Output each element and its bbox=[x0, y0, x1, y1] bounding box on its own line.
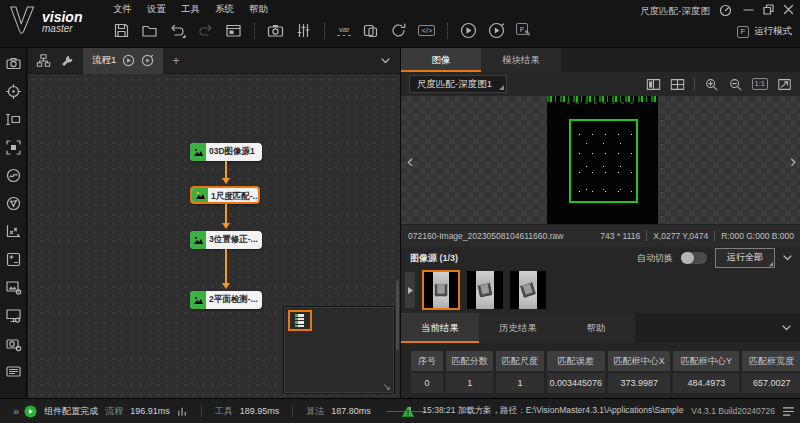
col-header-error: 匹配误差 bbox=[547, 351, 606, 371]
flow-link-arrowhead bbox=[222, 283, 230, 289]
toolbar-divider bbox=[447, 23, 448, 39]
thumbnail-expander-button[interactable] bbox=[405, 272, 415, 308]
flow-tab[interactable]: 流程1 bbox=[83, 48, 163, 74]
log-list-icon[interactable] bbox=[782, 406, 795, 417]
one-to-one-zoom-icon[interactable]: 1:1 bbox=[752, 78, 768, 90]
tab-help[interactable]: 帮助 bbox=[557, 313, 635, 343]
zoom-out-icon[interactable] bbox=[728, 77, 743, 92]
open-folder-icon[interactable] bbox=[141, 22, 158, 39]
brand-top: vision bbox=[42, 10, 82, 24]
menu-settings[interactable]: 设置 bbox=[147, 3, 166, 16]
image-source-dropdown[interactable]: 尺度匹配-深度图1 bbox=[409, 75, 507, 93]
algo-time-value: 187.80ms bbox=[331, 406, 371, 416]
tab-module-results[interactable]: 模块结果 bbox=[481, 48, 561, 72]
stats-icon[interactable] bbox=[177, 406, 188, 417]
deep-learning-icon[interactable] bbox=[5, 167, 22, 184]
redo-icon[interactable] bbox=[197, 22, 214, 39]
calculator-icon[interactable] bbox=[5, 251, 22, 268]
minimap-node bbox=[295, 321, 304, 324]
depth-image bbox=[547, 96, 658, 224]
split-two-view-icon[interactable] bbox=[646, 77, 661, 92]
cell-error: 0.003445076 bbox=[547, 373, 606, 393]
alignment-icon[interactable] bbox=[5, 223, 22, 240]
menu-system[interactable]: 系统 bbox=[215, 3, 234, 16]
prev-image-chevron-icon[interactable]: ‹ bbox=[407, 151, 413, 170]
gauge-icon[interactable] bbox=[719, 4, 732, 17]
flow-hierarchy-icon[interactable] bbox=[36, 53, 51, 68]
table-row[interactable]: 0 1 1 0.003445076 373.9987 484.4973 657.… bbox=[411, 373, 800, 393]
image-dimensions: 743 * 1116 bbox=[600, 231, 640, 241]
image-processing-icon[interactable] bbox=[5, 279, 22, 296]
run-continuous-icon[interactable] bbox=[488, 22, 505, 39]
flow-minimap[interactable]: ↘ bbox=[283, 306, 395, 394]
flow-scrollbar[interactable] bbox=[396, 280, 399, 350]
menu-tools[interactable]: 工具 bbox=[181, 3, 200, 16]
sidebar-collapse-icon[interactable]: » bbox=[13, 405, 17, 417]
node-plane-detect[interactable]: 2平面检测-... bbox=[190, 291, 262, 309]
source-collapse-chevron-icon[interactable] bbox=[783, 255, 792, 261]
node-image-source[interactable]: 03D图像源1 bbox=[190, 143, 262, 161]
minimize-button[interactable] bbox=[743, 4, 754, 15]
flow-panel: 流程1 + 03D图像源1 1尺度匹配-... 3位置修正-... 2平面检测-… bbox=[28, 48, 400, 398]
flow-run-loop-icon[interactable] bbox=[141, 54, 154, 67]
variables-icon[interactable]: var bbox=[337, 25, 351, 36]
tab-current-result[interactable]: 当前结果 bbox=[401, 313, 479, 343]
thumbnail-2[interactable] bbox=[467, 271, 503, 309]
flow-run-once-icon[interactable] bbox=[122, 54, 135, 67]
run-mode-label: 运行模式 bbox=[754, 25, 792, 38]
run-all-button[interactable]: 运行全部 bbox=[715, 248, 775, 268]
edit-scheme-icon[interactable]: F✎ bbox=[516, 23, 531, 38]
result-collapse-chevron-icon[interactable] bbox=[782, 325, 791, 331]
thumbnail-1[interactable] bbox=[422, 270, 460, 310]
image-source-dropdown-value: 尺度匹配-深度图1 bbox=[417, 78, 492, 91]
sync-icon[interactable] bbox=[390, 22, 407, 39]
node-position-fix[interactable]: 3位置修正-... bbox=[190, 231, 262, 249]
io-panel-icon[interactable] bbox=[5, 363, 22, 380]
title-bar: vision master 文件 设置 工具 系统 帮助 尺度匹配-深度图 va… bbox=[0, 0, 800, 48]
capture-settings-icon[interactable] bbox=[5, 335, 22, 352]
maximize-button[interactable] bbox=[763, 4, 774, 15]
recognition-icon[interactable] bbox=[5, 139, 22, 156]
camera-icon[interactable] bbox=[267, 22, 284, 39]
flow-header: 流程1 + bbox=[28, 48, 400, 74]
calibration-icon[interactable] bbox=[5, 195, 22, 212]
thumbnail-3[interactable] bbox=[510, 271, 546, 309]
menu-file[interactable]: 文件 bbox=[113, 3, 132, 16]
flow-canvas[interactable]: 03D图像源1 1尺度匹配-... 3位置修正-... 2平面检测-... bbox=[28, 75, 400, 398]
script-icon[interactable]: </> bbox=[418, 25, 435, 37]
node-label: 1尺度匹配-... bbox=[208, 188, 258, 202]
minimap-node bbox=[295, 325, 304, 328]
zoom-in-icon[interactable] bbox=[704, 77, 719, 92]
run-mode-button[interactable]: F 运行模式 bbox=[737, 25, 792, 38]
notice-triangle-icon bbox=[401, 405, 415, 418]
undo-icon[interactable] bbox=[169, 22, 186, 39]
viewer-toolbar-divider bbox=[694, 77, 695, 91]
location-icon[interactable] bbox=[5, 83, 22, 100]
minimap-viewport[interactable] bbox=[288, 310, 312, 331]
parameters-icon[interactable] bbox=[295, 22, 312, 39]
menu-help[interactable]: 帮助 bbox=[249, 3, 268, 16]
run-once-icon[interactable] bbox=[460, 22, 477, 39]
cell-scale: 1 bbox=[496, 373, 543, 393]
acquisition-icon[interactable] bbox=[5, 55, 22, 72]
tab-image[interactable]: 图像 bbox=[401, 48, 481, 72]
add-flow-button[interactable]: + bbox=[172, 53, 180, 68]
image-viewer[interactable]: ‹ › bbox=[401, 96, 800, 224]
fit-to-window-icon[interactable] bbox=[777, 77, 792, 92]
minimap-resize-icon[interactable]: ↘ bbox=[383, 381, 391, 392]
node-scale-match[interactable]: 1尺度匹配-... bbox=[190, 186, 260, 204]
auto-switch-toggle[interactable] bbox=[681, 252, 707, 264]
display-settings-icon[interactable] bbox=[5, 307, 22, 324]
split-four-view-icon[interactable] bbox=[670, 77, 685, 92]
save-icon[interactable] bbox=[113, 22, 130, 39]
window-layout-icon[interactable] bbox=[225, 22, 242, 39]
communication-icon[interactable] bbox=[362, 22, 379, 39]
cell-center-x: 373.9987 bbox=[608, 373, 670, 393]
flow-collapse-chevron-icon[interactable] bbox=[381, 58, 390, 64]
close-button[interactable] bbox=[783, 4, 794, 15]
tab-history-result[interactable]: 历史结果 bbox=[479, 313, 557, 343]
measurement-icon[interactable] bbox=[5, 111, 22, 128]
cell-box-width: 657.0027 bbox=[742, 373, 800, 393]
wrench-icon[interactable] bbox=[60, 54, 74, 68]
next-image-chevron-icon[interactable]: › bbox=[790, 151, 796, 170]
